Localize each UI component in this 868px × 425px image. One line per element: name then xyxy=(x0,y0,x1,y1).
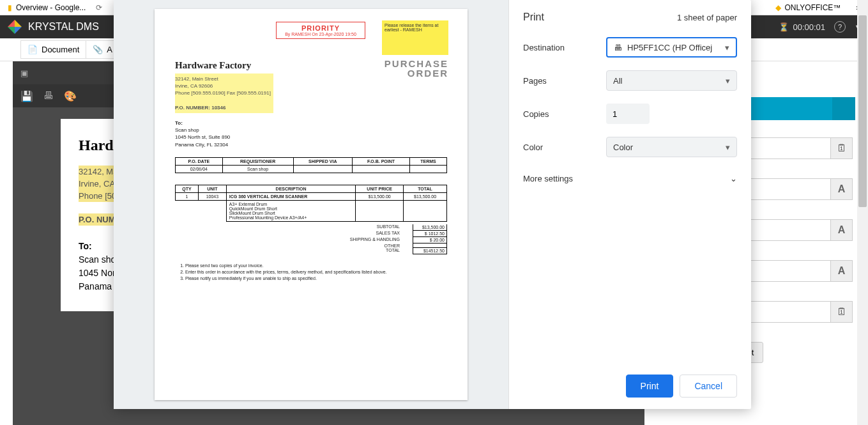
chevron-down-icon: ▾ xyxy=(726,76,730,86)
copies-label: Copies xyxy=(523,109,606,119)
color-value: Color xyxy=(613,143,633,152)
destination-label: Destination xyxy=(523,43,606,52)
company-address: 32142, Main Street Irvine, CA 92606 Phon… xyxy=(175,73,273,113)
print-controls: Print 1 sheet of paper Destination 🖶 HP5… xyxy=(508,0,751,409)
destination-select[interactable]: 🖶 HP5FF1CC (HP Officej ▾ xyxy=(606,37,737,58)
chevron-down-icon: ▾ xyxy=(725,43,729,52)
priority-sub: By RAMESH On 23-Apr-2020 19:50 xyxy=(277,32,365,36)
po-meta-table: P.O. DATEREQUISITIONERSHIPPED VIAF.O.B. … xyxy=(175,157,447,173)
preview-page: PRIORITY By RAMESH On 23-Apr-2020 19:50 … xyxy=(155,9,468,400)
priority-label: PRIORITY xyxy=(277,24,365,32)
color-label: Color xyxy=(523,143,606,152)
dialog-backdrop: PRIORITY By RAMESH On 23-Apr-2020 19:50 … xyxy=(0,0,868,425)
print-preview-pane: PRIORITY By RAMESH On 23-Apr-2020 19:50 … xyxy=(114,0,508,409)
po-items-table: QTYUNITDESCRIPTIONUNIT PRICETOTAL 110043… xyxy=(175,185,447,222)
more-settings-toggle[interactable]: More settings ⌄ xyxy=(523,170,737,187)
chevron-down-icon: ⌄ xyxy=(730,174,737,183)
scrollbar-thumb[interactable] xyxy=(858,15,867,207)
pages-label: Pages xyxy=(523,76,606,86)
print-title: Print xyxy=(523,12,544,23)
page-scrollbar[interactable] xyxy=(857,0,868,425)
print-dialog: PRIORITY By RAMESH On 23-Apr-2020 19:50 … xyxy=(114,0,751,409)
more-settings-label: More settings xyxy=(523,174,573,183)
totals-block: SUBTOTAL$13,500.00SALES TAX$ 1012.50SHIP… xyxy=(175,224,447,254)
sheet-count: 1 sheet of paper xyxy=(677,13,737,22)
chevron-down-icon: ▾ xyxy=(726,143,730,152)
copies-input[interactable] xyxy=(606,104,650,124)
pages-select[interactable]: All ▾ xyxy=(606,70,737,91)
printer-icon: 🖶 xyxy=(614,43,622,52)
pages-value: All xyxy=(613,76,622,86)
cancel-button[interactable]: Cancel xyxy=(680,375,737,398)
po-notes: Please send two copies of your invoice.E… xyxy=(175,263,447,282)
color-select[interactable]: Color ▾ xyxy=(606,137,737,157)
po-stamp: PURCHASE ORDER xyxy=(385,59,448,78)
sticky-note: Please release the items at earliest - R… xyxy=(382,20,448,55)
ship-to: To: Scan shop 1045 North st, Suite 890 P… xyxy=(175,120,447,148)
destination-value: HP5FF1CC (HP Officej xyxy=(627,43,725,52)
print-button[interactable]: Print xyxy=(626,375,674,398)
priority-stamp: PRIORITY By RAMESH On 23-Apr-2020 19:50 xyxy=(276,22,365,39)
